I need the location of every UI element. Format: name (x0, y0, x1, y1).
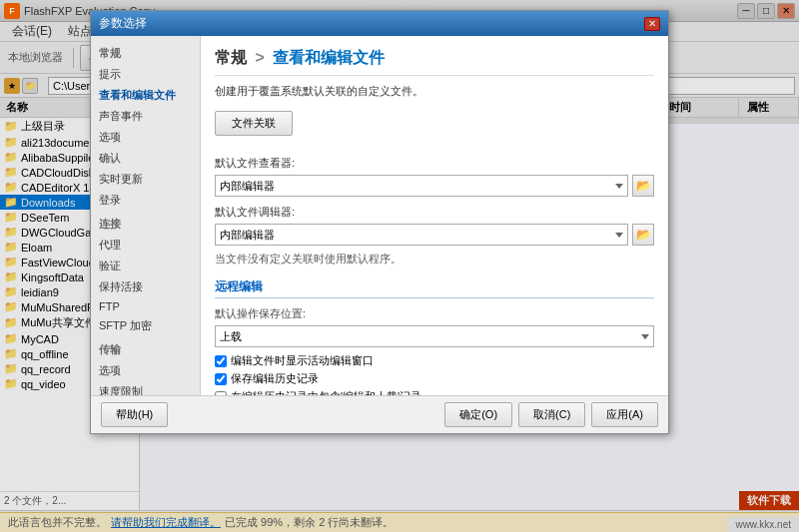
sidebar-item-ftp[interactable]: FTP (91, 297, 200, 315)
editor-label: 默认文件调辑器: (215, 205, 654, 220)
sidebar-item-tips[interactable]: 提示 (91, 64, 200, 85)
check-show-editor-label: 编辑文件时显示活动编辑窗口 (231, 353, 374, 368)
file-assoc-button[interactable]: 文件关联 (215, 111, 293, 136)
save-loc-label: 默认操作保存位置: (215, 306, 654, 321)
help-button[interactable]: 帮助(H) (101, 402, 168, 427)
sidebar-item-auth[interactable]: 验证 (91, 256, 200, 276)
preferences-dialog: 参数选择 ✕ 常规 提示 查看和编辑文件 声音事件 选项 确认 实时更新 登录 … (90, 10, 669, 434)
cancel-button[interactable]: 取消(C) (518, 402, 585, 427)
sidebar-item-sound[interactable]: 声音事件 (91, 106, 200, 127)
breadcrumb: 常规 > 查看和编辑文件 (215, 48, 654, 76)
sidebar-item-options[interactable]: 选项 (91, 127, 200, 148)
breadcrumb-sep: > (255, 49, 269, 66)
editor-select[interactable]: 内部编辑器 (215, 224, 628, 246)
viewer-browse-button[interactable]: 📂 (632, 175, 654, 197)
sidebar-item-login[interactable]: 登录 (91, 190, 200, 211)
dialog-overlay: 参数选择 ✕ 常规 提示 查看和编辑文件 声音事件 选项 确认 实时更新 登录 … (0, 0, 799, 532)
dialog-body: 常规 提示 查看和编辑文件 声音事件 选项 确认 实时更新 登录 连接 代理 验… (91, 36, 668, 395)
check-show-editor-row: 编辑文件时显示活动编辑窗口 (215, 353, 654, 368)
save-loc-select[interactable]: 上载 (215, 325, 654, 347)
editor-browse-button[interactable]: 📂 (632, 224, 654, 246)
content-description: 创建用于覆盖系统默认关联的自定义文件。 (215, 84, 654, 99)
viewer-select[interactable]: 内部编辑器 (215, 175, 628, 197)
dialog-content: 常规 > 查看和编辑文件 创建用于覆盖系统默认关联的自定义文件。 文件关联 默认… (201, 36, 668, 395)
sidebar-section-general: 常规 (91, 40, 200, 64)
check-save-history-row: 保存编辑历史记录 (215, 371, 654, 386)
sidebar-item-proxy[interactable]: 代理 (91, 235, 200, 256)
sidebar-item-transfer-options[interactable]: 选项 (91, 360, 200, 381)
apply-button[interactable]: 应用(A) (591, 402, 658, 427)
check-include-row: 在编辑历史记录中包含'编辑和上载'记录 (215, 389, 654, 395)
remote-edit-section-title: 远程编辑 (215, 278, 654, 298)
sidebar-item-sftp[interactable]: SFTP 加密 (91, 315, 200, 336)
sidebar-item-confirm[interactable]: 确认 (91, 148, 200, 169)
editor-select-row: 内部编辑器 📂 (215, 224, 654, 246)
breadcrumb-parent: 常规 (215, 49, 247, 66)
dialog-footer: 帮助(H) 确定(O) 取消(C) 应用(A) (91, 395, 668, 433)
footer-buttons-right: 确定(O) 取消(C) 应用(A) (444, 402, 658, 427)
sidebar-section-transfer: 传输 (91, 336, 200, 360)
viewer-label: 默认文件查看器: (215, 156, 654, 171)
check-show-editor[interactable] (215, 355, 227, 367)
check-include[interactable] (215, 391, 227, 396)
save-loc-select-row: 上载 (215, 325, 654, 347)
dialog-title-text: 参数选择 (99, 15, 147, 32)
sidebar-item-view-edit[interactable]: 查看和编辑文件 (91, 85, 200, 106)
dialog-sidebar: 常规 提示 查看和编辑文件 声音事件 选项 确认 实时更新 登录 连接 代理 验… (91, 36, 201, 395)
ok-button[interactable]: 确定(O) (444, 402, 512, 427)
dialog-title-bar: 参数选择 ✕ (91, 11, 668, 36)
dialog-close-button[interactable]: ✕ (644, 17, 660, 31)
sidebar-item-speed[interactable]: 速度限制 (91, 381, 200, 395)
breadcrumb-child: 查看和编辑文件 (273, 49, 385, 66)
sidebar-item-update[interactable]: 实时更新 (91, 169, 200, 190)
check-save-history[interactable] (215, 373, 227, 385)
sidebar-item-keepalive[interactable]: 保持活接 (91, 276, 200, 297)
check-include-label: 在编辑历史记录中包含'编辑和上载'记录 (231, 389, 421, 395)
check-save-history-label: 保存编辑历史记录 (231, 371, 319, 386)
no-assoc-text: 当文件没有定义关联时使用默认程序。 (215, 252, 654, 266)
viewer-select-row: 内部编辑器 📂 (215, 175, 654, 197)
sidebar-section-connect: 连接 (91, 211, 200, 235)
